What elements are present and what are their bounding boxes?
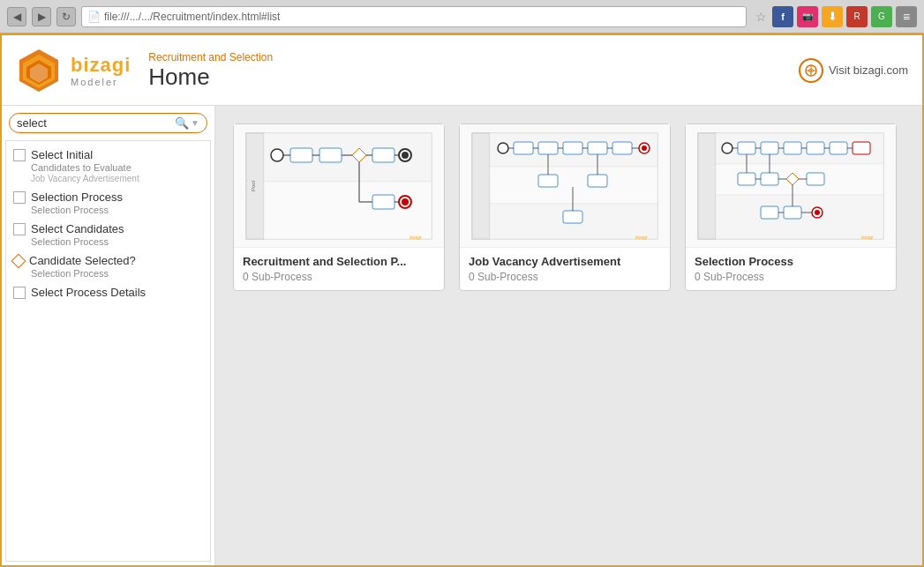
search-button[interactable]: 🔍 ▼ bbox=[175, 116, 199, 130]
svg-rect-70 bbox=[761, 173, 778, 185]
download-icon[interactable]: ⬇ bbox=[822, 6, 843, 27]
main-content: Pool bbox=[215, 106, 922, 565]
svg-rect-67 bbox=[830, 142, 847, 154]
sidebar-item-candidate-selected[interactable]: Candidate Selected? Selection Process bbox=[6, 250, 210, 282]
diagram-svg-recruitment: Pool bbox=[242, 129, 436, 243]
svg-rect-64 bbox=[761, 142, 778, 154]
sidebar: 🔍 ▼ Select Initial Candidates to Evaluat… bbox=[2, 106, 215, 565]
svg-rect-32 bbox=[472, 133, 490, 239]
logo-area: bizagi Modeler bbox=[16, 48, 131, 93]
card-diagram-selection: bizagi bbox=[686, 124, 896, 248]
svg-rect-14 bbox=[319, 148, 342, 162]
card-subtitle: 0 Sub-Process bbox=[243, 271, 435, 283]
refresh-button[interactable]: ↻ bbox=[56, 7, 76, 26]
search-box[interactable]: 🔍 ▼ bbox=[9, 113, 207, 133]
card-diagram-vacancy: bizagi bbox=[460, 124, 670, 248]
svg-rect-66 bbox=[807, 142, 824, 154]
svg-text:Pool: Pool bbox=[251, 180, 256, 190]
visit-bizagi[interactable]: Visit bizagi.com bbox=[799, 58, 908, 83]
card-diagram-recruitment: Pool bbox=[234, 124, 444, 248]
sidebar-item-selection-process[interactable]: Selection Process Selection Process bbox=[6, 187, 210, 219]
sidebar-item-extra-sublabel: Job Vacancy Advertisement bbox=[13, 174, 203, 183]
browser-chrome: ◀ ▶ ↻ 📄 file:///.../.../Recruitment/inde… bbox=[0, 0, 924, 34]
back-button[interactable]: ◀ bbox=[7, 7, 26, 26]
diagram-svg-selection: bizagi bbox=[694, 129, 888, 243]
instagram-icon[interactable]: 📷 bbox=[797, 6, 818, 27]
facebook-icon[interactable]: f bbox=[772, 6, 793, 27]
svg-rect-41 bbox=[612, 142, 632, 154]
sidebar-item-sublabel: Selection Process bbox=[13, 236, 203, 247]
sidebar-item-sublabel: Selection Process bbox=[13, 205, 203, 215]
sidebar-list: Select Initial Candidates to Evaluate Jo… bbox=[5, 140, 211, 562]
menu-icon[interactable]: ≡ bbox=[896, 6, 917, 27]
card-selection[interactable]: bizagi Selection Process 0 Sub-Process bbox=[685, 123, 897, 291]
svg-point-12 bbox=[271, 149, 283, 161]
app-header: bizagi Modeler Recruitment and Selection… bbox=[2, 35, 922, 106]
logo-bizagi-label: bizagi bbox=[71, 54, 131, 77]
rect-icon bbox=[13, 149, 26, 161]
sidebar-item-select-candidates[interactable]: Select Candidates Selection Process bbox=[6, 219, 210, 250]
card-vacancy[interactable]: bizagi Job Vacancy Advertisement 0 Sub-P… bbox=[459, 123, 671, 291]
diagram-svg-vacancy: bizagi bbox=[468, 129, 662, 243]
svg-rect-44 bbox=[563, 211, 582, 223]
sidebar-item-select-process-details[interactable]: Select Process Details bbox=[6, 282, 210, 302]
card-subtitle: 0 Sub-Process bbox=[469, 271, 661, 283]
svg-text:bizagi: bizagi bbox=[409, 235, 422, 240]
sidebar-item-label: Select Candidates bbox=[31, 222, 124, 235]
svg-text:bizagi: bizagi bbox=[861, 235, 874, 240]
card-info: Recruitment and Selection P... 0 Sub-Pro… bbox=[234, 248, 444, 290]
page-title: Home bbox=[148, 63, 799, 91]
card-info: Job Vacancy Advertisement 0 Sub-Process bbox=[460, 248, 670, 290]
svg-rect-13 bbox=[290, 148, 312, 162]
svg-rect-63 bbox=[738, 142, 755, 154]
sidebar-item-sublabel: Candidates to Evaluate bbox=[13, 162, 203, 173]
visit-icon bbox=[799, 58, 823, 83]
card-title: Job Vacancy Advertisement bbox=[469, 255, 661, 268]
svg-point-76 bbox=[815, 210, 820, 215]
green-icon[interactable]: G bbox=[871, 6, 892, 27]
search-input[interactable] bbox=[17, 116, 175, 130]
app-body: 🔍 ▼ Select Initial Candidates to Evaluat… bbox=[2, 106, 922, 565]
sidebar-item-select-initial[interactable]: Select Initial Candidates to Evaluate Jo… bbox=[6, 145, 210, 187]
visit-bizagi-label: Visit bizagi.com bbox=[829, 63, 908, 77]
search-icon: 🔍 bbox=[175, 116, 189, 130]
svg-point-36 bbox=[498, 143, 508, 153]
svg-rect-43 bbox=[588, 175, 607, 187]
logo-modeler-label: Modeler bbox=[71, 77, 131, 87]
header-title-area: Recruitment and Selection Home bbox=[131, 50, 799, 91]
svg-rect-40 bbox=[588, 142, 607, 154]
svg-rect-68 bbox=[853, 142, 870, 154]
card-title: Recruitment and Selection P... bbox=[243, 255, 435, 268]
breadcrumb[interactable]: Recruitment and Selection bbox=[148, 51, 273, 63]
card-info: Selection Process 0 Sub-Process bbox=[686, 248, 896, 290]
logo-text: bizagi Modeler bbox=[71, 54, 131, 87]
svg-rect-42 bbox=[538, 175, 558, 187]
browser-toolbar: f 📷 ⬇ R G ≡ bbox=[772, 6, 917, 27]
search-caret-icon: ▼ bbox=[191, 118, 199, 128]
bookmark-icon[interactable]: ☆ bbox=[755, 10, 767, 24]
svg-rect-37 bbox=[514, 142, 533, 154]
cards-grid: Pool bbox=[233, 123, 905, 291]
rect-icon bbox=[13, 287, 26, 299]
address-file-icon: 📄 bbox=[87, 11, 101, 23]
address-text: file:///.../.../Recruitment/index.html#l… bbox=[104, 11, 280, 23]
sidebar-item-label: Selection Process bbox=[31, 190, 123, 204]
svg-rect-17 bbox=[372, 195, 394, 209]
sidebar-item-label: Select Initial bbox=[31, 148, 93, 161]
card-recruitment[interactable]: Pool bbox=[233, 123, 445, 291]
svg-point-28 bbox=[402, 198, 409, 205]
svg-rect-38 bbox=[538, 142, 558, 154]
svg-point-19 bbox=[402, 152, 409, 159]
svg-rect-65 bbox=[784, 142, 801, 154]
rect-icon bbox=[13, 191, 26, 204]
rect-icon bbox=[13, 223, 26, 235]
svg-rect-72 bbox=[807, 173, 824, 185]
sidebar-item-sublabel: Selection Process bbox=[13, 268, 203, 279]
forward-button[interactable]: ▶ bbox=[32, 7, 51, 26]
card-title: Selection Process bbox=[695, 255, 887, 268]
sidebar-item-label: Select Process Details bbox=[31, 286, 146, 299]
reddit-icon[interactable]: R bbox=[846, 6, 868, 27]
address-bar[interactable]: 📄 file:///.../.../Recruitment/index.html… bbox=[81, 6, 747, 27]
svg-point-62 bbox=[722, 143, 732, 153]
diamond-icon bbox=[11, 253, 26, 268]
